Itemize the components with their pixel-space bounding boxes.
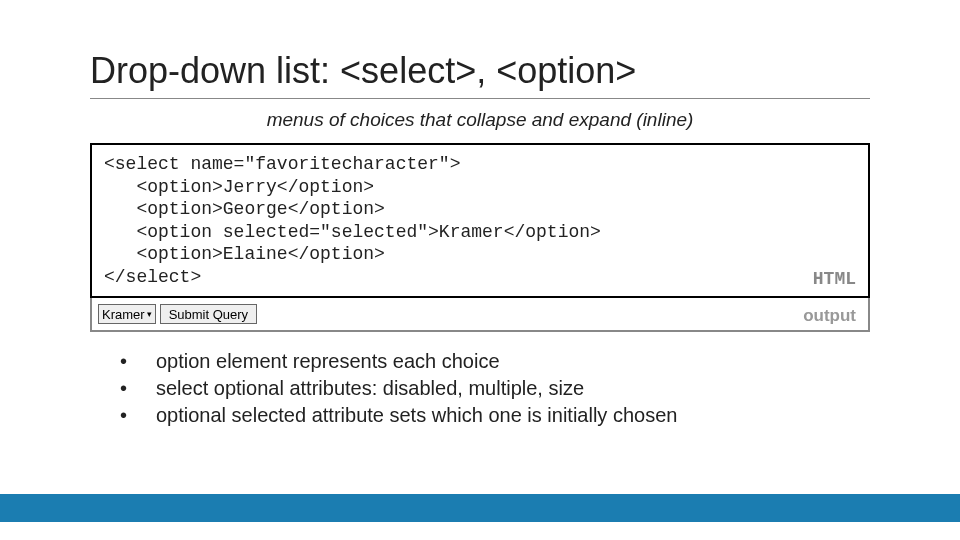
code-line: <select name="favoritecharacter">	[104, 154, 460, 174]
output-block: Kramer ▾ Submit Query output	[90, 298, 870, 332]
list-item: • select optional attributes: disabled, …	[120, 375, 870, 402]
bullet-text: optional selected attribute sets which o…	[156, 402, 677, 429]
subtitle: menus of choices that collapse and expan…	[90, 109, 870, 131]
footer-accent-bar	[0, 494, 960, 522]
code-line: <option>Elaine</option>	[104, 244, 385, 264]
chevron-down-icon: ▾	[147, 310, 152, 319]
bullet-text: option element represents each choice	[156, 348, 500, 375]
code-line: </select>	[104, 267, 201, 287]
bullet-icon: •	[120, 348, 128, 375]
page-title: Drop-down list: <select>, <option>	[90, 50, 870, 99]
submit-button[interactable]: Submit Query	[160, 304, 257, 324]
list-item: • option element represents each choice	[120, 348, 870, 375]
list-item: • optional selected attribute sets which…	[120, 402, 870, 429]
bullet-icon: •	[120, 402, 128, 429]
bullet-text: select optional attributes: disabled, mu…	[156, 375, 584, 402]
code-line: <option selected="selected">Kramer</opti…	[104, 222, 601, 242]
select-value: Kramer	[102, 307, 145, 322]
slide: Drop-down list: <select>, <option> menus…	[0, 0, 960, 540]
code-line: <option>Jerry</option>	[104, 177, 374, 197]
output-label: output	[803, 306, 856, 326]
code-line: <option>George</option>	[104, 199, 385, 219]
character-select[interactable]: Kramer ▾	[98, 304, 156, 324]
code-block: <select name="favoritecharacter"> <optio…	[90, 143, 870, 298]
bullet-icon: •	[120, 375, 128, 402]
code-label: HTML	[813, 268, 856, 291]
bullet-list: • option element represents each choice …	[90, 348, 870, 429]
